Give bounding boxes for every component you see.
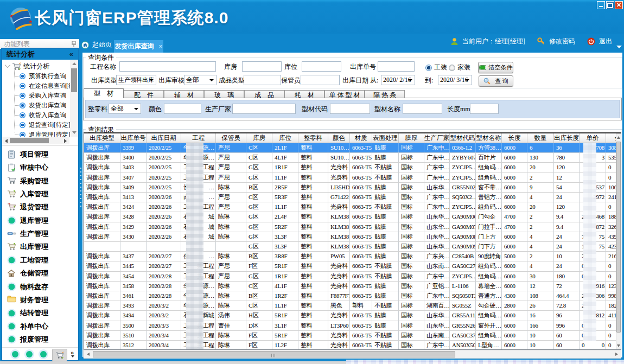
cell-出库类型[interactable]: 调拨出库	[84, 301, 120, 310]
cell-型材代码[interactable]: GR55N02	[450, 183, 476, 192]
cell-整零料[interactable]: 整料	[298, 272, 328, 281]
cell-库房[interactable]: F区	[246, 261, 272, 271]
cell-整零料[interactable]: 整料	[298, 321, 328, 330]
table-row-3512[interactable]: 调拨出库35122020/3/4工共工程陈琳F区1L2F整料光身料6063-T5…	[84, 341, 621, 350]
cell-膜厚[interactable]: 国标	[399, 143, 424, 152]
cell-型材名称[interactable]: 组角码…	[476, 261, 502, 271]
table-row-3413[interactable]: 调拨出库34132020/2/26南…严思C区5R3F整料G714226063-…	[84, 193, 621, 202]
cell-出库单号[interactable]: 3454	[120, 272, 147, 281]
cell-整零料[interactable]: 整料	[298, 232, 328, 241]
order-no-input[interactable]	[378, 61, 415, 72]
cell-出库长度[interactable]: 96	[554, 311, 580, 320]
cell-型材代码[interactable]: SG055Z	[450, 301, 476, 310]
cell-保管员[interactable]: 严思	[216, 202, 246, 212]
cell-保管员[interactable]: 陈琳	[216, 331, 246, 340]
cell-出库日期[interactable]: 2020/3/2	[147, 311, 181, 320]
cell-整零料[interactable]: 整料	[298, 222, 328, 232]
cell-出库日期[interactable]: 2020/2/25	[147, 183, 181, 192]
cell-数量[interactable]: 4	[527, 193, 554, 202]
cell-出库类型[interactable]: 调拨出库	[84, 282, 120, 291]
scroll-down-icon[interactable]	[72, 131, 77, 134]
grid-vscroll-thumb[interactable]	[616, 142, 621, 333]
cell-型材代码[interactable]: GR55N26	[450, 321, 476, 330]
cell-表面处理[interactable]: 贴膜	[372, 291, 399, 301]
cell-材质[interactable]: 6063-T5	[350, 222, 372, 232]
cell-型材名称[interactable]: 窗外开…	[476, 321, 502, 330]
cell-出库日期[interactable]: 2020/2/28	[147, 282, 181, 291]
cell-颜色[interactable]: LI35HD	[328, 183, 350, 192]
cell-保管员[interactable]: 陈琳	[216, 282, 246, 291]
column-header-数量[interactable]: 数量	[527, 133, 554, 143]
cell-长度[interactable]: 4700	[502, 212, 527, 221]
tree-item-4[interactable]: 发货出库查询	[15, 100, 66, 110]
cell-出库类型[interactable]: 调拨出库	[84, 143, 120, 152]
cell-库位[interactable]: 5R2F	[272, 222, 298, 232]
cell-出库单号[interactable]: 3407	[120, 173, 147, 182]
cell-单价[interactable]: 00	[580, 341, 606, 350]
cell-颜色[interactable]: KLM3817	[328, 222, 350, 232]
column-header-保管员[interactable]: 保管员	[216, 133, 246, 143]
cell-出库长度[interactable]: 996	[554, 321, 580, 330]
cell-颜色[interactable]: 光身料	[328, 311, 350, 320]
cell-长度[interactable]: 6000	[502, 183, 527, 192]
cell-生产厂家[interactable]: 广东中…	[424, 153, 450, 162]
cell-膜厚[interactable]: 国标	[399, 272, 424, 281]
cell-表面处理[interactable]: 贴膜	[372, 282, 399, 291]
cell-整零料[interactable]: 整料	[298, 173, 328, 182]
tree-hscroll-thumb[interactable]	[10, 138, 49, 143]
cell-出库长度[interactable]: 54	[554, 183, 580, 192]
table-row-3429[interactable]: 调拨出库34292020/2/26石城陈琳G区5R2F整料KLM38176063…	[84, 222, 621, 232]
cell-出库长度[interactable]: 780	[554, 153, 580, 162]
cell-型材名称[interactable]: L型角…	[476, 341, 502, 350]
cell-数量[interactable]: 12	[527, 282, 554, 291]
cell-保管员[interactable]: 陈琳	[216, 301, 246, 310]
cell-型材代码[interactable]: GA50C37	[450, 331, 476, 340]
cell-数量[interactable]: 6	[527, 143, 554, 152]
cell-颜色[interactable]: 光身料	[328, 261, 350, 271]
table-row-3407[interactable]: 调拨出库34072020/2/25工工程严思G区1L1F整料光身料6063-T5…	[84, 173, 621, 183]
cell-库位[interactable]: 1R1F	[272, 272, 298, 281]
cell-生产厂家[interactable]: 山东华…	[424, 321, 450, 330]
cell-库房[interactable]: F区	[246, 331, 272, 340]
cell-颜色[interactable]: 光身料	[328, 341, 350, 350]
grid-vertical-scrollbar[interactable]	[616, 133, 621, 350]
filter-whole-combo[interactable]: 全部	[109, 104, 141, 114]
cell-出库类型[interactable]: 调拨出库	[84, 232, 120, 241]
cell-膜厚[interactable]: 国标	[399, 183, 424, 192]
cell-出库单号[interactable]: 3429	[120, 222, 147, 232]
cell-表面处理[interactable]: 贴膜	[372, 212, 399, 221]
cell-颜色[interactable]: 光身料	[328, 282, 350, 291]
cell-型材名称[interactable]: 90度转角	[476, 252, 502, 261]
filter-maker-input[interactable]	[232, 104, 296, 114]
cell-库位[interactable]: 3L1F	[272, 321, 298, 330]
radio-gongzhuang[interactable]: 工装	[425, 63, 447, 72]
cell-整零料[interactable]: 整料	[298, 143, 328, 152]
table-row-3461[interactable]: 调拨出库34612020/2/28华源…陈琳B区1R2F整料F8877FT606…	[84, 291, 621, 301]
cell-数量[interactable]: 130	[527, 153, 554, 162]
product-type-input[interactable]	[244, 75, 281, 85]
cell-出库长度[interactable]: 72	[554, 282, 580, 291]
cell-库房[interactable]: G区	[246, 163, 272, 172]
cell-库房[interactable]: C区	[246, 193, 272, 202]
search-button[interactable]: 查 询	[479, 75, 513, 87]
cell-生产厂家[interactable]: 广东中…	[424, 143, 450, 152]
tab-home[interactable]: 起始页	[81, 40, 112, 49]
column-header-库位[interactable]: 库位	[272, 133, 298, 143]
tree-expander-icon[interactable]	[5, 62, 10, 68]
table-row-blank[interactable]: G区3L3F整料KLM38176063-T5贴膜国标山东华…GA90M09.门下…	[84, 242, 621, 252]
cell-生产厂家[interactable]: 山东华…	[424, 311, 450, 320]
cell-保管员[interactable]: 陈琳	[216, 291, 246, 301]
cell-长度[interactable]: 6000	[502, 261, 527, 271]
material-tab-成品[interactable]: 成 品	[244, 90, 284, 98]
cell-长度[interactable]: 6000	[502, 173, 527, 182]
cell-表面处理[interactable]: 贴膜	[372, 311, 399, 320]
material-tab-型材[interactable]: 型 材	[84, 88, 124, 98]
cell-表面处理[interactable]: 不贴膜	[372, 272, 399, 281]
cell-出库单号[interactable]: 3409	[120, 183, 147, 192]
out-audit-combo[interactable]: 全部	[184, 75, 217, 85]
filter-color-input[interactable]	[164, 104, 201, 114]
cell-颜色[interactable]: 光身料	[328, 173, 350, 182]
material-tab-耗材[interactable]: 耗 材	[284, 90, 324, 98]
cell-型材代码[interactable]: GA90M06.	[450, 212, 476, 221]
cell-出库日期[interactable]: 2020/2/25	[147, 153, 181, 162]
